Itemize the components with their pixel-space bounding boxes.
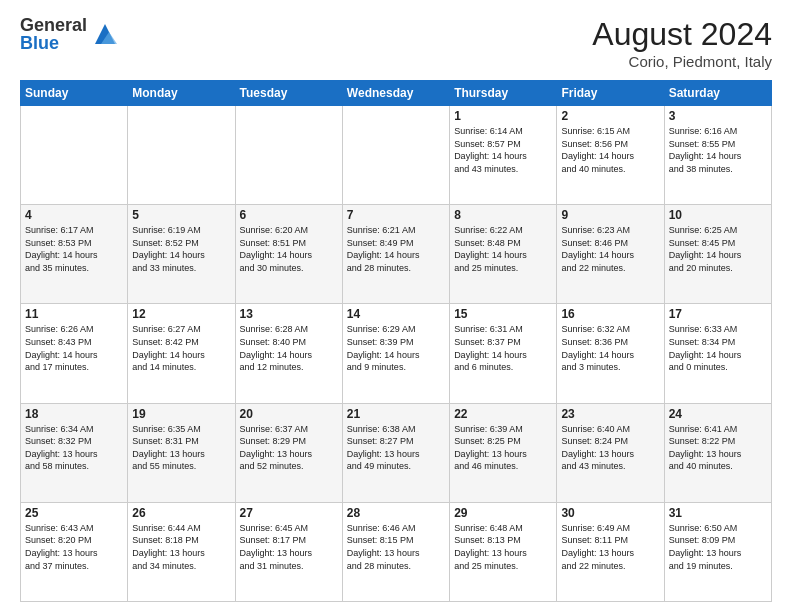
calendar-week-2: 4Sunrise: 6:17 AMSunset: 8:53 PMDaylight… <box>21 205 772 304</box>
day-number: 11 <box>25 307 123 321</box>
day-number: 10 <box>669 208 767 222</box>
day-info: Sunrise: 6:34 AMSunset: 8:32 PMDaylight:… <box>25 423 123 473</box>
calendar-cell: 29Sunrise: 6:48 AMSunset: 8:13 PMDayligh… <box>450 502 557 601</box>
calendar-cell: 28Sunrise: 6:46 AMSunset: 8:15 PMDayligh… <box>342 502 449 601</box>
calendar-cell: 27Sunrise: 6:45 AMSunset: 8:17 PMDayligh… <box>235 502 342 601</box>
day-info: Sunrise: 6:17 AMSunset: 8:53 PMDaylight:… <box>25 224 123 274</box>
day-info: Sunrise: 6:20 AMSunset: 8:51 PMDaylight:… <box>240 224 338 274</box>
day-info: Sunrise: 6:49 AMSunset: 8:11 PMDaylight:… <box>561 522 659 572</box>
calendar-cell: 22Sunrise: 6:39 AMSunset: 8:25 PMDayligh… <box>450 403 557 502</box>
day-info: Sunrise: 6:39 AMSunset: 8:25 PMDaylight:… <box>454 423 552 473</box>
calendar-cell: 8Sunrise: 6:22 AMSunset: 8:48 PMDaylight… <box>450 205 557 304</box>
col-tuesday: Tuesday <box>235 81 342 106</box>
day-number: 3 <box>669 109 767 123</box>
calendar-cell: 23Sunrise: 6:40 AMSunset: 8:24 PMDayligh… <box>557 403 664 502</box>
day-info: Sunrise: 6:35 AMSunset: 8:31 PMDaylight:… <box>132 423 230 473</box>
day-info: Sunrise: 6:41 AMSunset: 8:22 PMDaylight:… <box>669 423 767 473</box>
calendar-cell <box>128 106 235 205</box>
logo-icon <box>91 20 119 48</box>
day-number: 20 <box>240 407 338 421</box>
day-info: Sunrise: 6:48 AMSunset: 8:13 PMDaylight:… <box>454 522 552 572</box>
day-info: Sunrise: 6:43 AMSunset: 8:20 PMDaylight:… <box>25 522 123 572</box>
calendar-cell: 30Sunrise: 6:49 AMSunset: 8:11 PMDayligh… <box>557 502 664 601</box>
day-info: Sunrise: 6:32 AMSunset: 8:36 PMDaylight:… <box>561 323 659 373</box>
day-info: Sunrise: 6:25 AMSunset: 8:45 PMDaylight:… <box>669 224 767 274</box>
col-thursday: Thursday <box>450 81 557 106</box>
calendar-cell: 15Sunrise: 6:31 AMSunset: 8:37 PMDayligh… <box>450 304 557 403</box>
calendar-cell: 3Sunrise: 6:16 AMSunset: 8:55 PMDaylight… <box>664 106 771 205</box>
day-number: 23 <box>561 407 659 421</box>
logo-blue: Blue <box>20 34 87 52</box>
calendar-header-row: Sunday Monday Tuesday Wednesday Thursday… <box>21 81 772 106</box>
calendar-cell: 7Sunrise: 6:21 AMSunset: 8:49 PMDaylight… <box>342 205 449 304</box>
calendar-cell: 18Sunrise: 6:34 AMSunset: 8:32 PMDayligh… <box>21 403 128 502</box>
day-number: 2 <box>561 109 659 123</box>
calendar-cell: 25Sunrise: 6:43 AMSunset: 8:20 PMDayligh… <box>21 502 128 601</box>
day-info: Sunrise: 6:33 AMSunset: 8:34 PMDaylight:… <box>669 323 767 373</box>
day-number: 26 <box>132 506 230 520</box>
calendar-cell <box>342 106 449 205</box>
day-number: 16 <box>561 307 659 321</box>
col-wednesday: Wednesday <box>342 81 449 106</box>
day-info: Sunrise: 6:22 AMSunset: 8:48 PMDaylight:… <box>454 224 552 274</box>
calendar-cell: 14Sunrise: 6:29 AMSunset: 8:39 PMDayligh… <box>342 304 449 403</box>
day-number: 22 <box>454 407 552 421</box>
day-info: Sunrise: 6:50 AMSunset: 8:09 PMDaylight:… <box>669 522 767 572</box>
day-number: 28 <box>347 506 445 520</box>
day-info: Sunrise: 6:23 AMSunset: 8:46 PMDaylight:… <box>561 224 659 274</box>
day-number: 24 <box>669 407 767 421</box>
col-friday: Friday <box>557 81 664 106</box>
day-number: 14 <box>347 307 445 321</box>
calendar-cell: 21Sunrise: 6:38 AMSunset: 8:27 PMDayligh… <box>342 403 449 502</box>
page: General Blue August 2024 Corio, Piedmont… <box>0 0 792 612</box>
day-info: Sunrise: 6:40 AMSunset: 8:24 PMDaylight:… <box>561 423 659 473</box>
day-number: 9 <box>561 208 659 222</box>
day-number: 21 <box>347 407 445 421</box>
day-info: Sunrise: 6:45 AMSunset: 8:17 PMDaylight:… <box>240 522 338 572</box>
calendar-cell: 19Sunrise: 6:35 AMSunset: 8:31 PMDayligh… <box>128 403 235 502</box>
logo-text: General Blue <box>20 16 87 52</box>
day-number: 31 <box>669 506 767 520</box>
calendar-cell: 13Sunrise: 6:28 AMSunset: 8:40 PMDayligh… <box>235 304 342 403</box>
day-info: Sunrise: 6:31 AMSunset: 8:37 PMDaylight:… <box>454 323 552 373</box>
calendar-cell: 20Sunrise: 6:37 AMSunset: 8:29 PMDayligh… <box>235 403 342 502</box>
col-sunday: Sunday <box>21 81 128 106</box>
calendar-cell: 10Sunrise: 6:25 AMSunset: 8:45 PMDayligh… <box>664 205 771 304</box>
col-saturday: Saturday <box>664 81 771 106</box>
month-year: August 2024 <box>592 16 772 53</box>
day-info: Sunrise: 6:21 AMSunset: 8:49 PMDaylight:… <box>347 224 445 274</box>
day-info: Sunrise: 6:26 AMSunset: 8:43 PMDaylight:… <box>25 323 123 373</box>
calendar-cell: 26Sunrise: 6:44 AMSunset: 8:18 PMDayligh… <box>128 502 235 601</box>
calendar-cell: 4Sunrise: 6:17 AMSunset: 8:53 PMDaylight… <box>21 205 128 304</box>
calendar-table: Sunday Monday Tuesday Wednesday Thursday… <box>20 80 772 602</box>
logo-general: General <box>20 16 87 34</box>
day-number: 13 <box>240 307 338 321</box>
day-number: 29 <box>454 506 552 520</box>
day-info: Sunrise: 6:16 AMSunset: 8:55 PMDaylight:… <box>669 125 767 175</box>
calendar-week-4: 18Sunrise: 6:34 AMSunset: 8:32 PMDayligh… <box>21 403 772 502</box>
calendar-week-3: 11Sunrise: 6:26 AMSunset: 8:43 PMDayligh… <box>21 304 772 403</box>
calendar-cell: 11Sunrise: 6:26 AMSunset: 8:43 PMDayligh… <box>21 304 128 403</box>
calendar-cell: 12Sunrise: 6:27 AMSunset: 8:42 PMDayligh… <box>128 304 235 403</box>
calendar-week-5: 25Sunrise: 6:43 AMSunset: 8:20 PMDayligh… <box>21 502 772 601</box>
calendar-cell: 6Sunrise: 6:20 AMSunset: 8:51 PMDaylight… <box>235 205 342 304</box>
day-info: Sunrise: 6:37 AMSunset: 8:29 PMDaylight:… <box>240 423 338 473</box>
day-info: Sunrise: 6:15 AMSunset: 8:56 PMDaylight:… <box>561 125 659 175</box>
calendar-cell: 16Sunrise: 6:32 AMSunset: 8:36 PMDayligh… <box>557 304 664 403</box>
day-number: 5 <box>132 208 230 222</box>
calendar-cell: 24Sunrise: 6:41 AMSunset: 8:22 PMDayligh… <box>664 403 771 502</box>
day-number: 15 <box>454 307 552 321</box>
calendar-cell: 17Sunrise: 6:33 AMSunset: 8:34 PMDayligh… <box>664 304 771 403</box>
day-info: Sunrise: 6:29 AMSunset: 8:39 PMDaylight:… <box>347 323 445 373</box>
calendar-cell: 5Sunrise: 6:19 AMSunset: 8:52 PMDaylight… <box>128 205 235 304</box>
day-number: 17 <box>669 307 767 321</box>
calendar-cell: 2Sunrise: 6:15 AMSunset: 8:56 PMDaylight… <box>557 106 664 205</box>
location: Corio, Piedmont, Italy <box>592 53 772 70</box>
calendar-week-1: 1Sunrise: 6:14 AMSunset: 8:57 PMDaylight… <box>21 106 772 205</box>
day-info: Sunrise: 6:19 AMSunset: 8:52 PMDaylight:… <box>132 224 230 274</box>
day-info: Sunrise: 6:27 AMSunset: 8:42 PMDaylight:… <box>132 323 230 373</box>
day-number: 27 <box>240 506 338 520</box>
calendar-cell: 1Sunrise: 6:14 AMSunset: 8:57 PMDaylight… <box>450 106 557 205</box>
calendar-cell: 31Sunrise: 6:50 AMSunset: 8:09 PMDayligh… <box>664 502 771 601</box>
day-info: Sunrise: 6:28 AMSunset: 8:40 PMDaylight:… <box>240 323 338 373</box>
